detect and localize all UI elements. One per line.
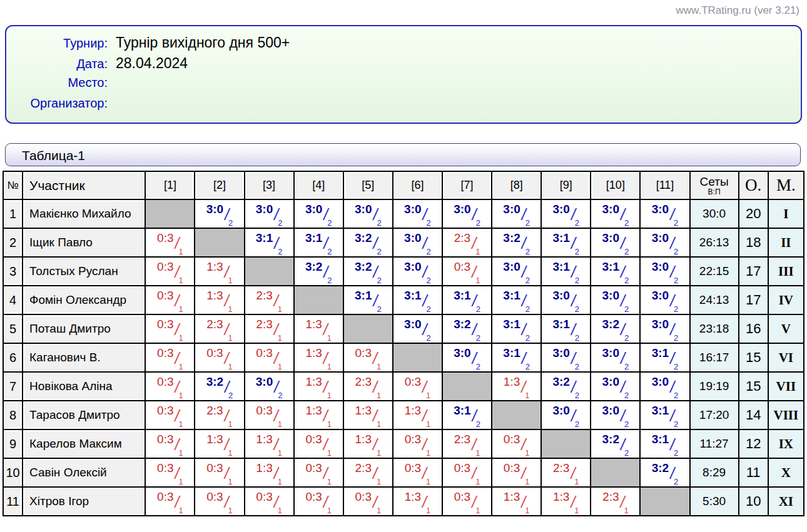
match-score: 3:2 — [206, 376, 223, 400]
match-sub: 2 — [624, 362, 629, 371]
match-sub: 2 — [624, 448, 629, 458]
match-sub: 2 — [624, 247, 629, 256]
match-frac: /1 — [274, 294, 282, 314]
match-score-wrap: 3:0/2 — [245, 373, 293, 400]
match-score-wrap: 3:1/2 — [641, 430, 689, 458]
diagonal-cell — [442, 372, 492, 401]
match-score-wrap: 0:3/1 — [393, 430, 442, 458]
match-result-cell: 0:3/1 — [195, 343, 244, 372]
match-score-wrap: 0:3/1 — [195, 488, 243, 515]
match-frac: /2 — [670, 294, 678, 314]
match-result-cell: 1:3/1 — [195, 257, 244, 286]
row-number: 1 — [3, 199, 23, 228]
match-score: 3:1 — [652, 347, 669, 371]
match-score-wrap: 3:1/2 — [344, 286, 392, 314]
match-score: 0:3 — [157, 376, 173, 400]
match-sub: 2 — [228, 391, 233, 400]
match-sub: 2 — [674, 419, 678, 429]
match-score: 3:0 — [652, 376, 669, 400]
match-result-cell: 3:1/2 — [245, 228, 294, 257]
match-frac: /1 — [373, 496, 381, 515]
match-score: 3:2 — [602, 318, 619, 343]
match-frac: /2 — [571, 294, 579, 314]
match-frac: /1 — [225, 438, 233, 458]
match-score-wrap: 3:1/2 — [542, 315, 590, 343]
col-header-opponent-7: [7] — [442, 171, 492, 199]
match-frac: /1 — [175, 438, 183, 458]
match-score: 1:3 — [206, 261, 223, 285]
sets-total: 19:19 — [690, 372, 739, 401]
match-score-wrap: 0:3/1 — [146, 373, 194, 400]
col-header-opponent-5: [5] — [343, 171, 393, 199]
match-result-cell: 3:1/2 — [492, 343, 541, 372]
match-result-cell: 2:3/1 — [195, 314, 244, 343]
match-frac: /2 — [571, 266, 579, 285]
match-result-cell: 3:2/2 — [492, 228, 541, 257]
player-name: Іщик Павло — [23, 228, 145, 257]
match-score: 3:0 — [652, 289, 669, 314]
match-sub: 1 — [475, 448, 480, 458]
match-sub: 1 — [278, 448, 282, 458]
match-frac: /1 — [472, 438, 480, 458]
match-score-wrap: 3:0/2 — [591, 229, 639, 256]
match-frac: /2 — [621, 352, 629, 371]
match-score: 0:3 — [157, 318, 173, 343]
match-sub: 2 — [525, 362, 530, 371]
match-score-wrap: 1:3/1 — [295, 401, 343, 429]
match-result-cell: 3:2/2 — [343, 228, 393, 257]
match-score: 3:0 — [206, 203, 223, 228]
match-result-cell: 3:1/2 — [541, 228, 591, 257]
match-frac: /2 — [274, 237, 282, 256]
match-score-wrap: 1:3/1 — [393, 488, 442, 515]
match-frac: /2 — [522, 208, 530, 228]
match-score: 3:2 — [355, 261, 372, 285]
match-sub: 2 — [476, 333, 480, 343]
match-sub: 1 — [228, 333, 233, 343]
points-total: 10 — [739, 487, 768, 516]
match-score-wrap: 3:0/2 — [393, 200, 442, 228]
match-sub: 1 — [178, 276, 183, 285]
match-sub: 2 — [476, 304, 480, 314]
place-cell: II — [768, 228, 804, 257]
col-header-opponent-10: [10] — [591, 171, 640, 199]
match-sub: 1 — [327, 333, 332, 343]
match-frac: /2 — [621, 409, 629, 429]
match-score: 3:0 — [404, 232, 421, 256]
match-score: 0:3 — [256, 491, 272, 515]
match-score: 1:3 — [305, 347, 322, 371]
match-frac: /1 — [521, 438, 529, 458]
match-frac: /1 — [373, 409, 381, 429]
match-result-cell: 3:0/2 — [640, 228, 689, 257]
match-frac: /2 — [522, 352, 530, 371]
points-total: 16 — [739, 314, 768, 343]
table-row: 7Новікова Аліна0:3/13:2/23:0/21:3/12:3/1… — [3, 372, 804, 401]
date-label: Дата: — [6, 57, 108, 71]
diagonal-cell — [145, 199, 195, 228]
player-name: Толстых Руслан — [23, 257, 145, 286]
table-body: 1Макієнко Михайло3:0/23:0/23:0/23:0/23:0… — [3, 199, 804, 516]
match-result-cell: 3:2/2 — [294, 257, 343, 286]
match-score-wrap: 0:3/1 — [295, 430, 343, 458]
match-score-wrap: 0:3/1 — [195, 344, 243, 371]
table-row: 4Фомін Олександр0:3/11:3/12:3/13:1/23:1/… — [3, 286, 804, 314]
match-result-cell: 0:3/1 — [492, 458, 541, 487]
col-header-opponent-6: [6] — [393, 171, 442, 199]
match-score-wrap: 0:3/1 — [443, 459, 491, 486]
match-score-wrap: 0:3/1 — [393, 459, 442, 486]
match-sub: 2 — [525, 304, 530, 314]
match-sub: 2 — [674, 276, 678, 285]
match-result-cell: 3:0/2 — [195, 199, 244, 228]
site-version-link[interactable]: www.TRating.ru (ver 3.21) — [676, 4, 799, 17]
match-score-wrap: 2:3/1 — [245, 286, 293, 314]
player-name: Поташ Дмитро — [23, 314, 145, 343]
match-result-cell: 0:3/1 — [343, 487, 393, 516]
match-result-cell: 3:0/2 — [640, 372, 689, 401]
match-frac: /1 — [225, 352, 233, 371]
match-score: 2:3 — [454, 433, 470, 458]
match-sub: 1 — [278, 477, 282, 486]
match-result-cell: 2:3/1 — [591, 487, 640, 516]
place-cell: X — [768, 458, 804, 487]
points-total: 17 — [739, 286, 768, 314]
match-result-cell: 3:2/2 — [343, 257, 393, 286]
sets-total: 24:13 — [690, 286, 739, 314]
